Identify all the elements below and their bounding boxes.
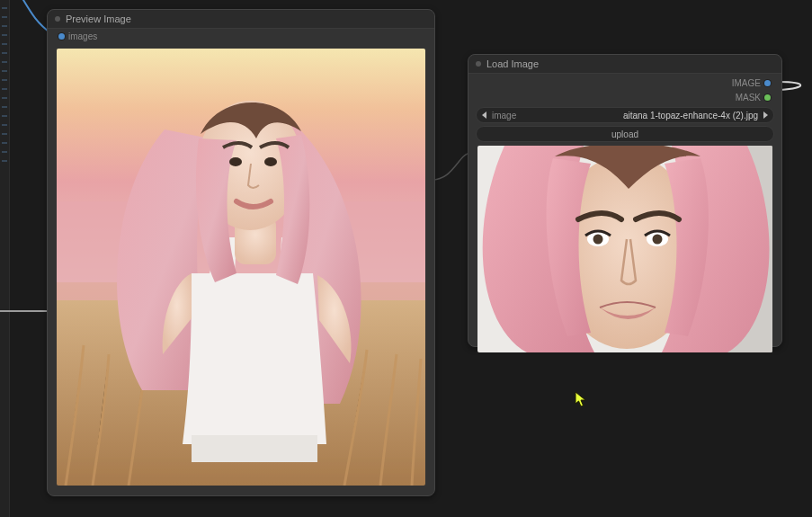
slot-dot-icon	[764, 80, 771, 86]
svg-point-5	[229, 157, 242, 166]
svg-point-13	[593, 235, 603, 245]
upload-button[interactable]: upload	[476, 126, 774, 142]
output-label: MASK	[736, 93, 761, 103]
input-slot-images[interactable]: images	[48, 29, 434, 43]
output-label: IMAGE	[732, 78, 761, 88]
chevron-right-icon[interactable]	[763, 111, 768, 119]
load-image-node[interactable]: Load Image IMAGE MASK image aitana 1-top…	[468, 54, 782, 347]
combo-value: aitana 1-topaz-enhance-4x (2).jpg	[623, 111, 758, 120]
collapse-dot-icon[interactable]	[476, 61, 481, 67]
node-title: Preview Image	[66, 13, 131, 24]
slot-dot-icon	[764, 94, 771, 101]
left-toolbar	[0, 0, 10, 517]
combo-field-label: image	[492, 111, 516, 120]
output-slot-image[interactable]: IMAGE	[468, 76, 781, 90]
loaded-image-display	[477, 146, 772, 352]
node-header[interactable]: Preview Image	[48, 10, 434, 29]
mouse-cursor-icon	[575, 391, 587, 407]
node-title: Load Image	[486, 58, 539, 69]
input-label: images	[68, 31, 97, 41]
upload-label: upload	[611, 129, 638, 139]
collapse-dot-icon[interactable]	[55, 16, 60, 22]
node-header[interactable]: Load Image	[468, 55, 781, 74]
image-file-combo[interactable]: image aitana 1-topaz-enhance-4x (2).jpg	[476, 107, 774, 123]
chevron-left-icon[interactable]	[482, 111, 486, 119]
output-slot-mask[interactable]: MASK	[468, 90, 781, 104]
svg-point-6	[264, 157, 277, 166]
svg-rect-7	[192, 435, 317, 462]
slot-dot-icon	[58, 33, 65, 40]
preview-image-node[interactable]: Preview Image images	[47, 9, 435, 496]
preview-image-display	[57, 49, 425, 486]
svg-point-14	[653, 235, 663, 245]
